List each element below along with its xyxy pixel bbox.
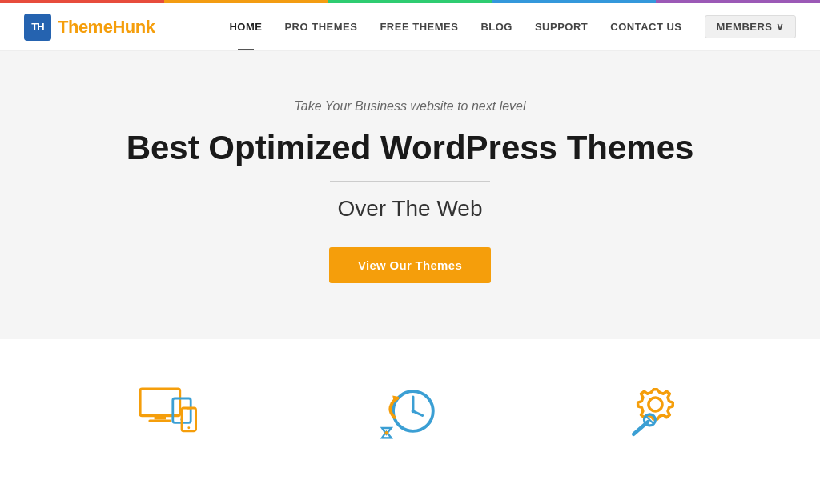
svg-rect-1 [154, 416, 165, 420]
members-button[interactable]: MEMBERS ∨ [705, 15, 796, 38]
site-logo[interactable]: TH ThemeHunk [24, 14, 155, 41]
logo-icon: TH [24, 14, 51, 41]
nav-free-themes[interactable]: FREE THEMES [380, 21, 458, 33]
nav-support[interactable]: SUPPORT [535, 21, 588, 33]
main-nav: HOME PRO THEMES FREE THEMES BLOG SUPPORT… [229, 15, 796, 38]
svg-point-17 [384, 431, 388, 435]
svg-point-6 [187, 427, 190, 430]
feature-support [531, 379, 772, 443]
nav-blog[interactable]: BLOG [480, 21, 512, 33]
svg-point-18 [649, 398, 662, 411]
hero-title: Best Optimized WordPress Themes [127, 130, 694, 166]
hero-section: Take Your Business website to next level… [0, 51, 820, 339]
clock-icon [374, 379, 446, 443]
hero-divider [330, 181, 490, 182]
cta-button[interactable]: View Our Themes [329, 247, 491, 283]
hero-subtitle: Take Your Business website to next level [294, 99, 525, 114]
site-header: TH ThemeHunk HOME PRO THEMES FREE THEMES… [0, 3, 820, 51]
nav-contact[interactable]: CONTACT US [610, 21, 681, 33]
nav-home[interactable]: HOME [229, 21, 262, 33]
hero-subheading: Over The Web [337, 196, 482, 222]
feature-fast [289, 379, 530, 443]
svg-rect-7 [186, 410, 191, 410]
devices-icon [133, 379, 205, 443]
feature-responsive [48, 379, 289, 443]
chevron-down-icon: ∨ [776, 21, 785, 33]
logo-text: ThemeHunk [58, 17, 155, 38]
svg-rect-2 [148, 420, 171, 422]
gear-icon [615, 379, 687, 443]
features-section [0, 339, 820, 475]
svg-line-11 [413, 411, 423, 415]
nav-pro-themes[interactable]: PRO THEMES [284, 21, 357, 33]
